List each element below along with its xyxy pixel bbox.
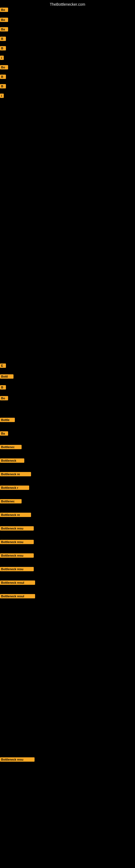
badge-1: Bo [0, 8, 8, 12]
badge-23: Bottleneck resu [0, 526, 34, 531]
badge-10: i [0, 94, 4, 98]
badge-17: Bottlenec [0, 445, 21, 449]
badge-27: Bottleneck resul [0, 581, 35, 585]
badge-4: B [0, 37, 6, 41]
badge-24: Bottleneck resu [0, 540, 34, 544]
badge-15: Bottle [0, 418, 15, 422]
badge-29: Bottleneck resu [0, 757, 35, 762]
badge-12: Bottl [0, 374, 13, 379]
badge-9: B [0, 84, 6, 88]
badge-28: Bottleneck resul [0, 594, 35, 598]
badge-8: B [0, 74, 6, 79]
badge-26: Bottleneck resu [0, 567, 34, 571]
badge-7: Bo [0, 65, 8, 69]
badge-16: Ba [0, 431, 8, 436]
badge-18: Bottleneck [0, 458, 24, 463]
site-title: TheBottlenecker.com [50, 2, 85, 6]
badge-11: E [0, 364, 6, 368]
badge-5: B [0, 46, 6, 51]
badge-25: Bottleneck resu [0, 553, 34, 558]
badge-2: Bo [0, 18, 8, 22]
badge-6: i [0, 56, 4, 60]
badge-22: Bottleneck re [0, 513, 31, 517]
badge-20: Bottleneck r [0, 486, 29, 490]
badge-21: Bottlenec [0, 499, 21, 503]
badge-13: B [0, 385, 6, 390]
badge-19: Bottleneck re [0, 472, 31, 476]
badge-14: Bo [0, 396, 8, 400]
badge-3: Ba [0, 27, 8, 31]
